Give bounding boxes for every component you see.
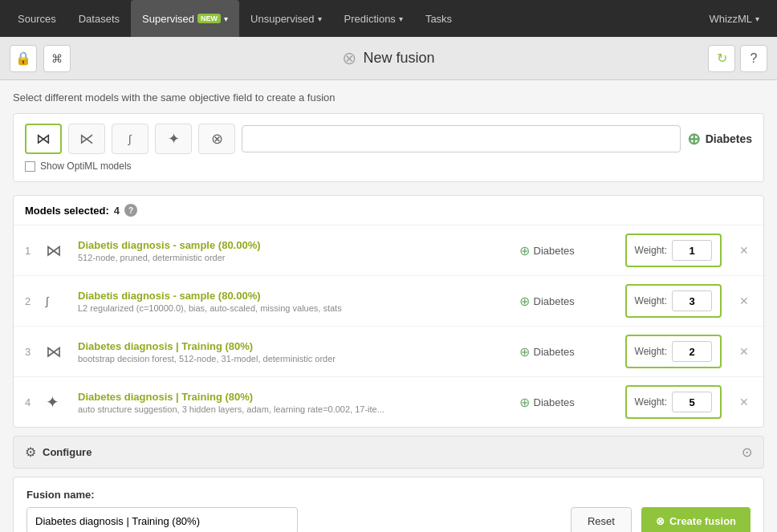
table-row: 2 ∫ Diabetis diagnosis - sample (80.00%)…: [14, 276, 763, 327]
create-fusion-button[interactable]: ⊗ Create fusion: [641, 507, 751, 532]
type-svm-button[interactable]: ✦: [155, 124, 192, 154]
model-num-3: 3: [25, 346, 36, 358]
models-selected-label: Models selected:: [25, 205, 109, 217]
remove-button-4[interactable]: ✕: [736, 396, 752, 408]
type-random-forest-button[interactable]: ⋉: [68, 124, 105, 154]
target-badge: ⊕ Diabetes: [687, 129, 752, 148]
remove-button-3[interactable]: ✕: [736, 345, 752, 358]
model-target-label-1: Diabetes: [534, 245, 575, 257]
topology-icon: ⌘: [51, 52, 63, 65]
toolbar: 🔒 ⌘ ⊗ New fusion ↻ ?: [0, 37, 777, 80]
target-icon: ⊕: [687, 129, 701, 148]
fusion-title-icon: ⊗: [342, 48, 356, 69]
remove-button-2[interactable]: ✕: [736, 294, 752, 307]
nav-tasks[interactable]: Tasks: [414, 0, 463, 37]
help-button[interactable]: ?: [740, 45, 767, 72]
fusion-name-input[interactable]: [26, 507, 298, 532]
models-count: 4: [114, 205, 120, 217]
weight-input-2[interactable]: [672, 290, 712, 311]
model-desc-3: bootstrap decision forest, 512-node, 31-…: [78, 354, 510, 363]
type-logistic-button[interactable]: ∫: [112, 124, 148, 154]
weight-input-4[interactable]: [672, 392, 712, 412]
model-info-3: Diabetes diagnosis | Training (80%) boot…: [78, 340, 510, 363]
model-desc-4: auto structure suggestion, 3 hidden laye…: [78, 404, 510, 414]
type-deepnet-button[interactable]: ⊗: [198, 124, 235, 154]
model-target-icon-3: ⊕: [519, 344, 530, 359]
configure-arrow-icon: ⊙: [742, 445, 752, 460]
table-row: 3 ⋈ Diabetes diagnosis | Training (80%) …: [14, 327, 763, 377]
model-type-icon-4: ✦: [46, 392, 68, 412]
models-header: Models selected: 4 ?: [14, 196, 763, 225]
page-title: New fusion: [363, 50, 434, 67]
weight-label-4: Weight:: [635, 396, 667, 408]
model-target-4: ⊕ Diabetes: [519, 395, 616, 410]
model-info-2: Diabetis diagnosis - sample (80.00%) L2 …: [78, 290, 510, 313]
page-title-area: ⊗ New fusion: [342, 48, 434, 69]
nav-user-label: WhizzML: [710, 13, 752, 25]
target-label: Diabetes: [706, 132, 752, 145]
model-name-4[interactable]: Diabetes diagnosis | Training (80%): [78, 391, 510, 403]
topology-button[interactable]: ⌘: [43, 45, 71, 72]
nav-supervised-label: Supervised: [142, 13, 194, 25]
supervised-chevron-icon: ▾: [224, 14, 228, 23]
type-ensemble-button[interactable]: ⋈: [25, 124, 62, 154]
help-icon[interactable]: ?: [124, 204, 137, 217]
weight-label-3: Weight:: [635, 346, 667, 357]
deepnet-icon: ⊗: [211, 130, 223, 148]
remove-button-1[interactable]: ✕: [736, 244, 752, 257]
nav-tasks-label: Tasks: [425, 13, 452, 25]
bottom-section: Fusion name: Reset ⊗ Create fusion: [13, 477, 764, 532]
model-info-1: Diabetis diagnosis - sample (80.00%) 512…: [78, 239, 510, 262]
nav-datasets[interactable]: Datasets: [67, 0, 131, 37]
nav-predictions[interactable]: Predictions ▾: [333, 0, 414, 37]
predictions-chevron-icon: ▾: [399, 14, 403, 23]
model-num-4: 4: [25, 396, 36, 408]
show-optiml-checkbox[interactable]: [25, 161, 35, 172]
model-info-4: Diabetes diagnosis | Training (80%) auto…: [78, 391, 510, 414]
models-section: Models selected: 4 ? 1 ⋈ Diabetis diagno…: [13, 195, 764, 428]
model-selector-top: ⋈ ⋉ ∫ ✦ ⊗ ⊕ Diabetes: [25, 124, 752, 154]
user-chevron-icon: ▾: [755, 14, 759, 23]
weight-group-1: Weight:: [625, 234, 722, 267]
fusion-name-label: Fusion name:: [26, 489, 751, 501]
weight-input-1[interactable]: [672, 240, 712, 261]
model-num-2: 2: [25, 295, 36, 307]
model-target-label-4: Diabetes: [534, 396, 575, 408]
configure-bar[interactable]: ⚙ Configure ⊙: [13, 436, 764, 469]
svm-icon: ✦: [168, 130, 180, 148]
show-optiml-text: Show OptiML models: [40, 160, 132, 172]
unsupervised-chevron-icon: ▾: [318, 14, 322, 23]
model-desc-1: 512-node, pruned, deterministic order: [78, 253, 510, 262]
weight-group-2: Weight:: [625, 284, 722, 318]
navbar: Sources Datasets Supervised NEW ▾ Unsupe…: [0, 0, 777, 37]
model-target-1: ⊕ Diabetes: [519, 243, 616, 258]
model-desc-2: L2 regularized (c=10000.0), bias, auto-s…: [78, 303, 510, 313]
nav-predictions-label: Predictions: [344, 13, 396, 25]
model-target-label-3: Diabetes: [534, 346, 575, 358]
table-row: 4 ✦ Diabetes diagnosis | Training (80%) …: [14, 377, 763, 427]
weight-input-3[interactable]: [672, 341, 712, 362]
weight-label-1: Weight:: [635, 245, 667, 256]
model-name-1[interactable]: Diabetis diagnosis - sample (80.00%): [78, 239, 510, 251]
reset-button[interactable]: Reset: [571, 507, 632, 532]
ensemble-icon: ⋈: [36, 130, 51, 148]
refresh-button[interactable]: ↻: [708, 45, 735, 72]
model-target-label-2: Diabetes: [534, 295, 575, 307]
nav-unsupervised[interactable]: Unsupervised ▾: [239, 0, 333, 37]
model-type-icon-3: ⋈: [46, 342, 68, 361]
configure-label: Configure: [43, 446, 92, 458]
lock-button[interactable]: 🔒: [10, 45, 37, 72]
fusion-name-row: Reset ⊗ Create fusion: [26, 507, 751, 532]
model-name-3[interactable]: Diabetes diagnosis | Training (80%): [78, 340, 510, 352]
nav-sources[interactable]: Sources: [6, 0, 67, 37]
nav-supervised[interactable]: Supervised NEW ▾: [131, 0, 239, 37]
show-optiml-label[interactable]: Show OptiML models: [25, 160, 752, 172]
nav-user[interactable]: WhizzML ▾: [698, 0, 771, 37]
model-target-icon-1: ⊕: [519, 243, 530, 258]
model-name-2[interactable]: Diabetis diagnosis - sample (80.00%): [78, 290, 510, 302]
search-input[interactable]: [242, 125, 681, 152]
content-area: Select different models with the same ob…: [0, 80, 777, 532]
model-selector: ⋈ ⋉ ∫ ✦ ⊗ ⊕ Diabetes: [13, 113, 764, 182]
logistic-icon: ∫: [128, 132, 132, 145]
create-fusion-label: Create fusion: [669, 515, 736, 527]
